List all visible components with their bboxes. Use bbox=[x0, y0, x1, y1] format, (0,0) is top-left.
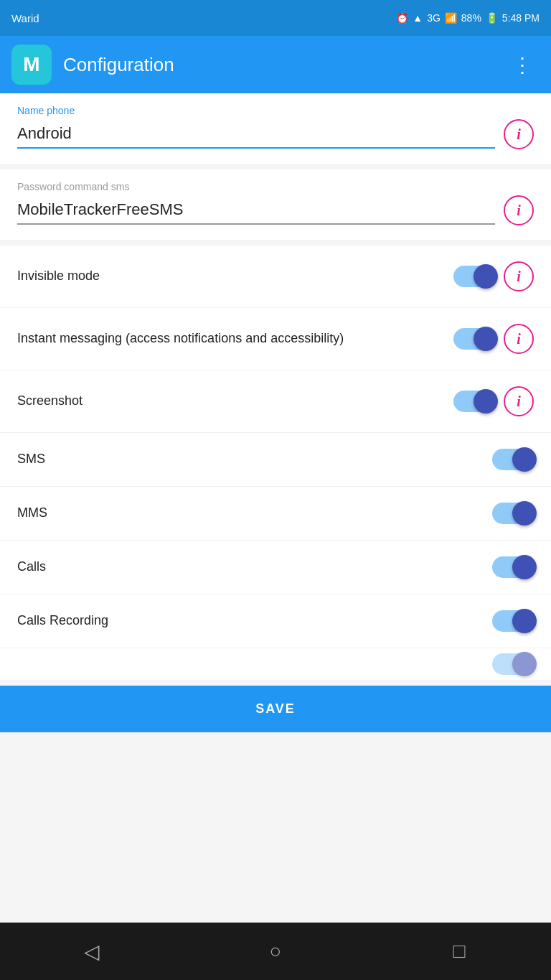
instant-messaging-info-button[interactable]: i bbox=[504, 324, 534, 354]
app-header: M Configuration ⋮ bbox=[0, 36, 551, 93]
screenshot-controls: i bbox=[453, 386, 534, 416]
recent-apps-button[interactable]: □ bbox=[441, 933, 477, 969]
mms-toggle[interactable] bbox=[492, 503, 534, 524]
calls-recording-row: Calls Recording bbox=[0, 594, 551, 648]
sms-controls bbox=[492, 449, 534, 470]
info-icon: i bbox=[517, 269, 521, 285]
signal-icon: 📶 bbox=[445, 12, 457, 24]
calls-recording-controls bbox=[492, 610, 534, 632]
toggle-knob bbox=[512, 447, 537, 472]
partial-toggle-row bbox=[0, 648, 551, 680]
sms-label: SMS bbox=[17, 451, 484, 467]
toggle-knob bbox=[512, 501, 537, 526]
content-area: Name phone i Password command sms i Invi… bbox=[0, 93, 551, 923]
back-button[interactable]: ◁ bbox=[74, 933, 110, 969]
partial-toggle-switch[interactable] bbox=[492, 653, 534, 675]
toggle-knob bbox=[474, 327, 498, 351]
nav-bar: ◁ ○ □ bbox=[0, 923, 551, 980]
status-icons: ⏰ ▲ 3G 📶 88% 🔋 5:48 PM bbox=[396, 12, 540, 24]
partial-toggle-controls bbox=[492, 653, 534, 675]
battery-icon: 🔋 bbox=[486, 12, 498, 24]
info-icon: i bbox=[517, 126, 521, 143]
password-info-button[interactable]: i bbox=[504, 195, 534, 225]
toggle-knob bbox=[474, 264, 498, 289]
screenshot-toggle[interactable] bbox=[453, 391, 495, 412]
instant-messaging-toggle[interactable] bbox=[453, 328, 495, 350]
instant-messaging-controls: i bbox=[453, 324, 534, 354]
app-logo: M bbox=[11, 45, 52, 85]
invisible-mode-info-button[interactable]: i bbox=[504, 261, 534, 291]
time-label: 5:48 PM bbox=[502, 12, 540, 24]
info-icon: i bbox=[517, 393, 521, 410]
name-phone-info-button[interactable]: i bbox=[504, 119, 534, 149]
app-title: Configuration bbox=[63, 54, 507, 76]
name-phone-input[interactable] bbox=[17, 120, 495, 149]
calls-row: Calls bbox=[0, 541, 551, 594]
password-input[interactable] bbox=[17, 196, 495, 225]
name-phone-label: Name phone bbox=[17, 105, 534, 116]
name-phone-section: Name phone i bbox=[0, 93, 551, 164]
calls-label: Calls bbox=[17, 559, 484, 575]
invisible-mode-label: Invisible mode bbox=[17, 268, 445, 284]
toggle-knob bbox=[474, 389, 498, 414]
screenshot-info-button[interactable]: i bbox=[504, 386, 534, 416]
toggles-section: Invisible mode i Instant messaging (acce… bbox=[0, 246, 551, 680]
password-label: Password command sms bbox=[17, 181, 534, 192]
calls-controls bbox=[492, 556, 534, 578]
save-section: SAVE bbox=[0, 686, 551, 732]
info-icon: i bbox=[517, 331, 521, 347]
toggle-knob bbox=[512, 555, 537, 579]
sms-row: SMS bbox=[0, 433, 551, 487]
alarm-icon: ⏰ bbox=[396, 12, 408, 24]
carrier-label: Warid bbox=[11, 12, 39, 24]
toggle-knob bbox=[512, 652, 537, 676]
invisible-mode-controls: i bbox=[453, 261, 534, 291]
network-label: 3G bbox=[427, 12, 441, 24]
screenshot-label: Screenshot bbox=[17, 393, 445, 409]
calls-toggle[interactable] bbox=[492, 556, 534, 578]
invisible-mode-toggle[interactable] bbox=[453, 266, 495, 287]
more-options-icon[interactable]: ⋮ bbox=[507, 47, 540, 83]
mms-label: MMS bbox=[17, 505, 484, 521]
status-bar: Warid ⏰ ▲ 3G 📶 88% 🔋 5:48 PM bbox=[0, 0, 551, 36]
instant-messaging-label: Instant messaging (access notifications … bbox=[17, 330, 445, 347]
password-field-row: i bbox=[17, 195, 534, 225]
home-button[interactable]: ○ bbox=[258, 933, 293, 969]
calls-recording-label: Calls Recording bbox=[17, 612, 484, 629]
instant-messaging-row: Instant messaging (access notifications … bbox=[0, 308, 551, 370]
invisible-mode-row: Invisible mode i bbox=[0, 246, 551, 308]
password-section: Password command sms i bbox=[0, 169, 551, 240]
wifi-icon: ▲ bbox=[413, 12, 423, 24]
battery-label: 88% bbox=[461, 12, 481, 24]
mms-row: MMS bbox=[0, 487, 551, 541]
info-icon: i bbox=[517, 202, 521, 219]
screenshot-row: Screenshot i bbox=[0, 370, 551, 433]
mms-controls bbox=[492, 503, 534, 524]
sms-toggle[interactable] bbox=[492, 449, 534, 470]
toggle-knob bbox=[512, 609, 537, 633]
save-button[interactable]: SAVE bbox=[0, 686, 551, 732]
calls-recording-toggle[interactable] bbox=[492, 610, 534, 632]
app-logo-letter: M bbox=[23, 53, 39, 76]
name-phone-field-row: i bbox=[17, 119, 534, 149]
